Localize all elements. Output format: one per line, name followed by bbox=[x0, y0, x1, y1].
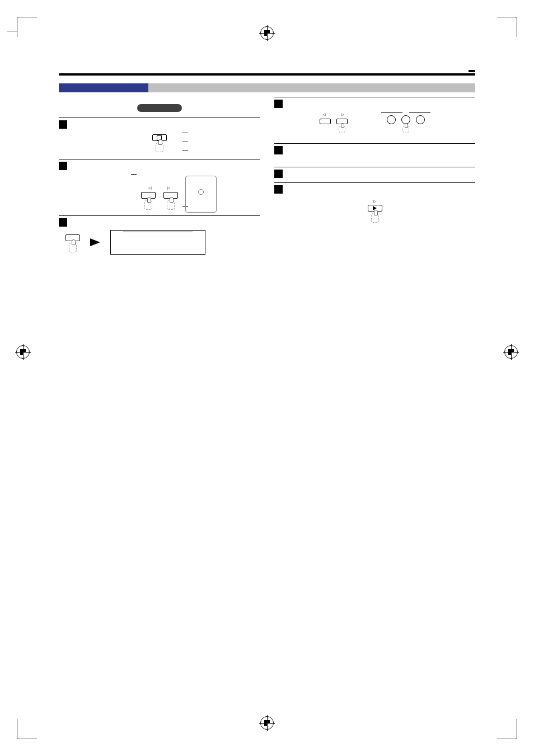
disc-skip-prev-icon bbox=[320, 119, 331, 124]
step-number-icon bbox=[274, 100, 283, 108]
step-5 bbox=[274, 143, 475, 159]
step-number-icon bbox=[59, 218, 67, 227]
registration-mark-icon bbox=[505, 346, 517, 358]
step-3 bbox=[59, 215, 260, 255]
stop-button-press-icon bbox=[152, 134, 167, 152]
header-badge bbox=[469, 70, 475, 72]
step-number-icon bbox=[274, 185, 283, 194]
step-number-icon bbox=[274, 146, 283, 154]
thumb-icon bbox=[69, 242, 77, 252]
thumb-icon bbox=[156, 142, 163, 152]
crop-mark-bl bbox=[17, 719, 37, 739]
step-number-icon bbox=[59, 120, 67, 129]
arrow-right-icon bbox=[90, 238, 100, 246]
disc-plus-icon bbox=[416, 115, 425, 124]
remote-body bbox=[137, 104, 182, 112]
thumb-icon bbox=[371, 213, 379, 223]
prog-button-press-icon bbox=[65, 232, 80, 252]
step4-front-panel-option bbox=[381, 112, 430, 135]
display-panel-icon bbox=[185, 176, 217, 213]
play-button-press-icon: ▷ bbox=[368, 199, 382, 223]
step-1 bbox=[59, 118, 260, 152]
step-6 bbox=[274, 167, 475, 178]
lcd-display bbox=[110, 230, 205, 255]
crop-mark-br bbox=[497, 719, 517, 739]
step-4: ◁▷ bbox=[274, 97, 475, 135]
step4-remote-option: ◁▷ bbox=[320, 112, 348, 135]
step-number-icon bbox=[59, 162, 67, 170]
page-title bbox=[59, 88, 72, 90]
crop-mark-tl bbox=[17, 17, 37, 37]
thumb-icon bbox=[402, 125, 409, 133]
remote-illustration bbox=[59, 104, 260, 112]
title-bar bbox=[59, 83, 475, 92]
thumb-icon bbox=[144, 200, 152, 210]
step-number-icon bbox=[274, 170, 283, 178]
registration-mark-icon bbox=[261, 27, 273, 39]
brand-logo-icon bbox=[198, 189, 204, 195]
thumb-icon bbox=[167, 200, 175, 210]
crop-mark-tr bbox=[497, 17, 517, 37]
step-2: ◁▷ bbox=[59, 159, 260, 210]
registration-mark-icon bbox=[17, 346, 29, 358]
registration-mark-icon bbox=[261, 717, 273, 729]
header-bar bbox=[59, 70, 475, 76]
disc-skip-illustration: ◁▷ bbox=[141, 186, 178, 210]
disc-minus-icon bbox=[387, 115, 396, 124]
thumb-icon bbox=[339, 125, 345, 133]
step-7: ▷ bbox=[274, 182, 475, 223]
